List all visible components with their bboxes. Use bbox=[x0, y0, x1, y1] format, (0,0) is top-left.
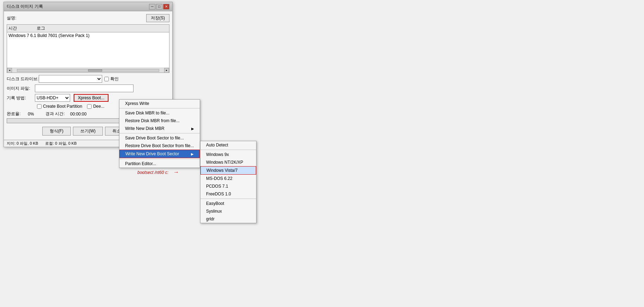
save-button[interactable]: 저장(S) bbox=[146, 14, 169, 22]
menu-item-restore-dbs[interactable]: Restore Drive Boot Sector from file... bbox=[119, 142, 200, 150]
method-label: 기록 방법: bbox=[7, 95, 35, 101]
method-select[interactable]: USB-HDD+ bbox=[35, 94, 70, 102]
elapsed-value: 00:00:00 bbox=[70, 112, 91, 117]
title-bar-controls: ─ □ ✕ bbox=[149, 4, 169, 10]
window-title: 디스크 이미지 기록 bbox=[7, 4, 43, 10]
menu-separator-1 bbox=[119, 108, 200, 108]
menu-item-save-dbs[interactable]: Save Drive Boot Sector to file... bbox=[119, 134, 200, 142]
menu-item-write-dbs[interactable]: Write New Drive Boot Sector ▶ bbox=[119, 150, 200, 158]
submenu-item-win9x[interactable]: Windows 9x bbox=[200, 151, 256, 158]
title-bar: 디스크 이미지 기록 ─ □ ✕ bbox=[4, 2, 172, 11]
completion-value: 0% bbox=[28, 112, 42, 117]
deep-checkbox[interactable] bbox=[87, 104, 92, 109]
scroll-left-arrow[interactable]: ◂ bbox=[7, 68, 12, 73]
drive-select[interactable] bbox=[39, 75, 102, 83]
log-content: Windows 7 6.1 Build 7601 (Service Pack 1… bbox=[7, 32, 169, 68]
submenu-item-easyboot[interactable]: EasyBoot bbox=[200, 200, 256, 207]
log-col-time: 시간 bbox=[8, 25, 37, 31]
menu-item-write-mbr[interactable]: Write New Disk MBR ▶ bbox=[119, 125, 200, 132]
create-boot-partition-label: Create Boot Partition bbox=[37, 104, 82, 109]
status-left: 지미: 0 파일, 0 KB bbox=[7, 141, 38, 146]
status-right: 로컬: 0 파일, 0 KB bbox=[45, 141, 76, 146]
submenu-arrow-dbs: ▶ bbox=[191, 152, 194, 156]
scroll-track[interactable] bbox=[17, 69, 159, 72]
submenu-item-pcdos[interactable]: PCDOS 7.1 bbox=[200, 182, 256, 190]
image-input[interactable] bbox=[35, 84, 134, 92]
xpress-boot-button[interactable]: Xpress Boot... bbox=[74, 94, 109, 102]
context-menu: Xpress Write Save Disk MBR to file... Re… bbox=[119, 99, 200, 168]
image-row: 이미지 파일: bbox=[7, 84, 169, 92]
log-col-log: 로그 bbox=[37, 25, 168, 31]
confirm-checkbox[interactable] bbox=[104, 77, 109, 81]
log-table: 시간 로그 Windows 7 6.1 Build 7601 (Service … bbox=[7, 24, 169, 73]
minimize-button[interactable]: ─ bbox=[149, 4, 155, 10]
drive-row: 디스크 드라이브: 확인 bbox=[7, 75, 169, 83]
menu-item-save-mbr[interactable]: Save Disk MBR to file... bbox=[119, 109, 200, 117]
scroll-thumb[interactable] bbox=[88, 69, 102, 71]
menu-item-partition-editor[interactable]: Partition Editor... bbox=[119, 160, 200, 168]
submenu: Auto Detect Windows 9x Windows NT/2K/XP … bbox=[200, 141, 256, 223]
scroll-right-arrow[interactable]: ▸ bbox=[164, 68, 169, 73]
image-label: 이미지 파일: bbox=[7, 86, 35, 92]
submenu-item-freedos[interactable]: FreeDOS 1.0 bbox=[200, 190, 256, 198]
submenu-arrow-mbr: ▶ bbox=[191, 127, 194, 131]
submenu-item-winvista[interactable]: Windows Vista/7 bbox=[200, 166, 256, 175]
annotation-text: bootsect /nt60 c: → bbox=[137, 169, 179, 175]
maximize-button[interactable]: □ bbox=[156, 4, 162, 10]
submenu-separator-2 bbox=[200, 199, 256, 199]
drive-label: 디스크 드라이브: bbox=[7, 76, 39, 82]
description-label: 설명: bbox=[7, 15, 31, 21]
close-button[interactable]: ✕ bbox=[163, 4, 169, 10]
deep-label: Dee... bbox=[87, 104, 104, 109]
submenu-item-msdos[interactable]: MS-DOS 6.22 bbox=[200, 175, 256, 182]
menu-item-restore-mbr[interactable]: Restore Disk MBR from file... bbox=[119, 117, 200, 125]
submenu-item-winnt[interactable]: Windows NT/2K/XP bbox=[200, 158, 256, 166]
format-button[interactable]: 형식(F) bbox=[42, 127, 71, 136]
create-boot-partition-checkbox[interactable] bbox=[37, 104, 42, 109]
log-header: 시간 로그 bbox=[7, 25, 169, 32]
completion-label: 완료율: bbox=[7, 111, 28, 117]
menu-item-xpress-write[interactable]: Xpress Write bbox=[119, 100, 200, 107]
scrollbar-horizontal[interactable]: ◂ ▸ bbox=[7, 68, 169, 73]
menu-separator-3 bbox=[119, 159, 200, 159]
submenu-item-grldr[interactable]: grldr bbox=[200, 215, 256, 223]
submenu-separator-1 bbox=[200, 150, 256, 150]
description-row: 설명: 저장(S) bbox=[7, 14, 169, 22]
submenu-item-auto-detect[interactable]: Auto Detect bbox=[200, 141, 256, 149]
log-entry: Windows 7 6.1 Build 7601 (Service Pack 1… bbox=[8, 33, 168, 38]
annotation-arrow-icon: → bbox=[173, 169, 179, 175]
submenu-item-syslinux[interactable]: Syslinux bbox=[200, 207, 256, 215]
menu-separator-2 bbox=[119, 133, 200, 133]
write-button[interactable]: 쓰기(W) bbox=[73, 127, 103, 136]
elapsed-label: 경과 시간: bbox=[45, 111, 70, 117]
confirm-checkbox-label: 확인 bbox=[104, 76, 119, 82]
